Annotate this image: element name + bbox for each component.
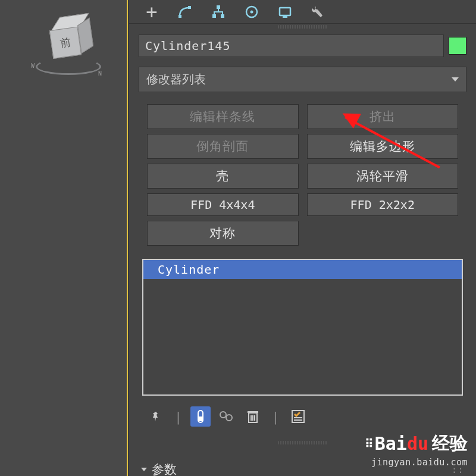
paw-icon: ⠿ [365,437,371,451]
rollup-drag-handle[interactable] [278,441,327,444]
separator: | [269,409,281,424]
motion-tab-icon[interactable] [244,4,259,20]
display-tab-icon[interactable] [277,4,293,20]
dropdown-caret-icon [452,77,459,82]
command-panel-tabs: + [129,0,476,24]
mod-ffd4-button[interactable]: FFD 4x4x4 [147,193,299,216]
mod-edit-spline-button[interactable]: 编辑样条线 [147,104,299,129]
svg-rect-10 [199,416,202,421]
modify-tab-icon[interactable] [177,4,193,20]
viewcube-ring[interactable] [36,58,101,75]
make-unique-icon[interactable] [217,406,237,427]
watermark: ⠿ Baidu 经验 jingyan.baidu.com [365,431,468,468]
modifier-stack[interactable]: Cylinder [142,259,463,396]
rollup-caret-icon [141,468,147,471]
svg-rect-17 [248,411,258,413]
svg-rect-0 [178,15,181,18]
create-tab-icon[interactable]: + [144,4,159,20]
mod-bevel-profile-button[interactable]: 倒角剖面 [147,134,299,159]
viewport-3d[interactable]: 前 W N [0,0,128,476]
compass-s: N [98,70,102,77]
mod-turbosmooth-button[interactable]: 涡轮平滑 [307,164,459,189]
svg-point-11 [220,412,226,418]
wm-url: jingyan.baidu.com [365,457,468,468]
configure-sets-icon[interactable] [288,406,308,427]
stack-toolbar: | | [129,400,476,433]
wm-du: du [407,433,428,454]
mod-ffd2-button[interactable]: FFD 2x2x2 [307,193,459,216]
separator: | [172,409,184,424]
svg-point-6 [250,10,253,13]
remove-modifier-icon[interactable] [243,406,263,427]
svg-rect-2 [217,5,220,9]
parameters-title: 参数 [152,461,177,476]
compass-w: W [31,62,35,69]
utilities-tab-icon[interactable] [311,4,326,20]
object-color-swatch[interactable] [449,37,466,55]
show-end-result-icon[interactable] [190,406,211,427]
modifier-list-dropdown[interactable]: 修改器列表 [139,67,466,92]
object-name-input[interactable]: Cylinder145 [139,35,444,57]
svg-rect-7 [280,8,290,15]
svg-rect-3 [212,14,216,18]
mod-extrude-button[interactable]: 挤出 [307,104,459,129]
modify-panel: + Cylinder145 修改器列表 编辑样条线 挤出 倒角剖面 编辑多边形 … [129,0,476,476]
viewcube-front[interactable]: 前 [49,27,82,59]
mod-symmetry-button[interactable]: 对称 [147,221,299,246]
stack-item-base[interactable]: Cylinder [143,260,462,279]
wm-suffix: 经验 [432,431,468,456]
mod-shell-button[interactable]: 壳 [147,164,299,189]
hierarchy-tab-icon[interactable] [211,4,226,20]
wm-bai: Bai [375,433,407,454]
modifier-quick-buttons: 编辑样条线 挤出 倒角剖面 编辑多边形 壳 涡轮平滑 FFD 4x4x4 FFD… [129,96,476,252]
svg-rect-4 [221,14,224,18]
pin-stack-icon[interactable] [146,406,166,427]
svg-rect-1 [188,6,191,9]
mod-edit-poly-button[interactable]: 编辑多边形 [307,134,459,159]
modifier-list-label: 修改器列表 [146,71,206,87]
svg-point-12 [226,415,232,421]
panel-drag-handle[interactable] [278,25,327,29]
svg-rect-8 [283,16,287,18]
viewcube[interactable]: 前 W N [42,18,101,89]
